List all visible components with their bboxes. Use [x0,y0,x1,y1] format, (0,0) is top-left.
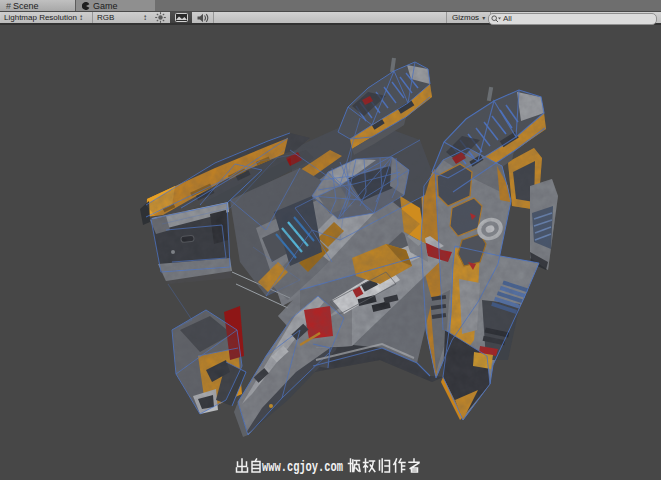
svg-text:www.cgjoy.com: www.cgjoy.com [262,459,343,476]
